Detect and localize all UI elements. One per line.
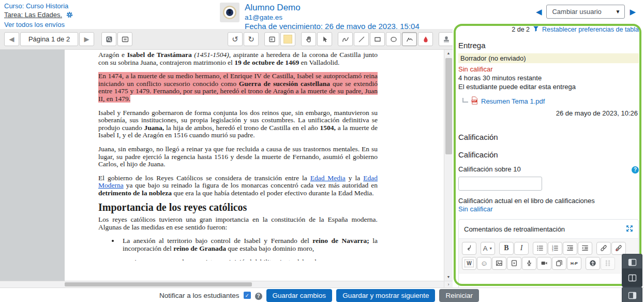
- unlink-button[interactable]: [611, 242, 626, 255]
- task-link[interactable]: Tarea: Las Edades.: [4, 11, 62, 19]
- word-import-button[interactable]: W: [462, 257, 476, 270]
- select-button[interactable]: [317, 32, 332, 46]
- oval-button[interactable]: [386, 32, 401, 46]
- save-changes-button[interactable]: Guardar cambios: [266, 289, 333, 302]
- next-user-arrow[interactable]: ▶: [630, 7, 636, 17]
- save-and-show-next-button[interactable]: Guardar y mostrar siguiente: [336, 289, 435, 302]
- emoticon-button[interactable]: ☺: [477, 257, 491, 270]
- comment-button[interactable]: [264, 32, 279, 46]
- feedback-card-header: Comentarios de retroalimentación: [459, 220, 638, 239]
- feedback-comments-card: Comentarios de retroalimentación A▼BI123…: [458, 219, 639, 288]
- doc-link[interactable]: Edad Media: [310, 174, 346, 182]
- time-remaining: 4 horas 30 minutos restante: [458, 74, 639, 82]
- toolbar-button-group: BI: [499, 242, 529, 255]
- expand-view-button[interactable]: [117, 32, 132, 46]
- view-all-submissions-link[interactable]: Ver todos los envíos: [4, 21, 65, 28]
- vertical-scrollbar[interactable]: ▲ ▼: [444, 50, 453, 281]
- doc-clipped-line: gracias a una guerra de conquista que in…: [123, 258, 378, 261]
- assign-grading-page: Curso: Curso Historia Tarea: Las Edades.…: [0, 0, 644, 302]
- change-user-select[interactable]: Cambiar usuario ▼: [546, 5, 625, 19]
- editor-toolbar-row-1: A▼BI123: [462, 242, 635, 255]
- previous-page-button[interactable]: ◀: [4, 32, 19, 46]
- line-button[interactable]: [354, 32, 369, 46]
- pdf-page: Aragón e Isabel de Trastámara (1451-1504…: [65, 50, 444, 281]
- gear-icon[interactable]: [66, 11, 73, 20]
- accessibility-checker-button[interactable]: [586, 257, 600, 270]
- media-button[interactable]: [507, 257, 521, 270]
- stamp-button[interactable]: [439, 32, 454, 46]
- svg-text:3: 3: [552, 249, 553, 252]
- view-buttons: [101, 32, 138, 46]
- change-user-label: Cambiar usuario: [552, 8, 601, 16]
- grade-group-title: Calificación: [458, 150, 639, 159]
- comment-colour-button[interactable]: [280, 32, 295, 46]
- student-name-link[interactable]: Alumno Demo: [245, 3, 420, 13]
- rectangle-button[interactable]: [370, 32, 385, 46]
- grade-input[interactable]: [458, 177, 542, 191]
- indent-button[interactable]: [578, 242, 592, 255]
- rotate-left-button[interactable]: ↺: [228, 32, 243, 46]
- toolbar-button-group: [264, 32, 296, 46]
- screenreader-helper-button[interactable]: [601, 257, 615, 270]
- submission-status: Borrador (no enviado): [458, 53, 639, 63]
- font-style-button[interactable]: A▼: [481, 242, 495, 255]
- manage-files-button[interactable]: [552, 257, 566, 270]
- current-grade-label: Calificación actual en el libro de calif…: [458, 197, 639, 205]
- record-audio-button[interactable]: [522, 257, 536, 270]
- toolbar-button-group: [586, 257, 616, 270]
- toolbar-button-group: 123: [533, 242, 593, 255]
- doc-heading: Importancia de los reyes católicos: [98, 204, 378, 211]
- record-video-button[interactable]: [537, 257, 551, 270]
- user-switcher: ◀ Cambiar usuario ▼ ▶: [536, 5, 636, 19]
- scroll-down-arrow[interactable]: ▼: [444, 274, 453, 281]
- ordered-list-button[interactable]: 123: [548, 242, 562, 255]
- vertical-scrollbar-thumb[interactable]: [445, 58, 452, 154]
- unordered-list-button[interactable]: [533, 242, 547, 255]
- scroll-right-arrow[interactable]: ›: [444, 281, 453, 287]
- pen-button[interactable]: [338, 32, 353, 46]
- help-icon[interactable]: ?: [255, 291, 262, 300]
- highlight-button[interactable]: [402, 32, 417, 46]
- bold-button[interactable]: B: [499, 242, 514, 255]
- scroll-up-arrow[interactable]: ▲: [444, 50, 453, 57]
- horizontal-scrollbar-thumb[interactable]: [65, 282, 252, 286]
- avatar[interactable]: [220, 3, 239, 22]
- annotation-colour-button[interactable]: [418, 32, 433, 46]
- filter-icon[interactable]: [533, 25, 539, 34]
- toolbar-button-group: [101, 32, 133, 46]
- layout-right-button[interactable]: [622, 287, 642, 302]
- student-email-link[interactable]: a1@gate.es: [245, 13, 420, 22]
- current-grade-value-link[interactable]: Sin calificar: [458, 205, 492, 213]
- toolbar-button-group: [621, 254, 642, 302]
- submission-file-link[interactable]: Resumen Tema 1.pdf: [481, 97, 545, 105]
- grading-panel: 2 de 2 Restablecer preferencias de tabla…: [453, 23, 644, 287]
- toolbar-toggle-button[interactable]: [462, 242, 476, 255]
- italic-button[interactable]: I: [514, 242, 529, 255]
- search-pages-button[interactable]: [101, 32, 116, 46]
- link-button[interactable]: [596, 242, 611, 255]
- doc-bullet-list: La anexión al territorio bajo control de…: [98, 237, 378, 252]
- doc-paragraph: El gobierno de los Reyes Católicos se co…: [98, 175, 378, 197]
- rotate-right-button[interactable]: ↻: [244, 32, 259, 46]
- h5p-button[interactable]: H-P: [567, 257, 581, 270]
- doc-paragraph: Los reyes católicos tuvieron una gran im…: [98, 216, 378, 231]
- table-preferences-row: 2 de 2 Restablecer preferencias de tabla: [458, 23, 639, 37]
- grade-field-label: Calificación sobre 10: [458, 165, 521, 173]
- expand-editor-icon[interactable]: [626, 225, 633, 234]
- course-link[interactable]: Curso: Curso Historia: [4, 2, 68, 10]
- help-icon[interactable]: ?: [632, 165, 639, 174]
- toolbar-button-group: ↺↻: [228, 32, 260, 46]
- previous-user-arrow[interactable]: ◀: [536, 7, 542, 17]
- notify-students-checkbox[interactable]: ✓: [244, 292, 251, 299]
- drag-button[interactable]: [301, 32, 316, 46]
- horizontal-scrollbar[interactable]: [0, 281, 444, 287]
- reset-table-preferences-link[interactable]: Restablecer preferencias de tabla: [542, 26, 639, 33]
- toolbar-button-group: W☺H-P: [462, 257, 582, 270]
- edit-note: El estudiante puede editar esta entrega: [458, 82, 639, 91]
- reset-button[interactable]: Reiniciar: [439, 289, 479, 302]
- image-button[interactable]: [492, 257, 506, 270]
- outdent-button[interactable]: [563, 242, 577, 255]
- feedback-textarea[interactable]: [459, 273, 638, 288]
- layout-split-button[interactable]: [622, 268, 642, 287]
- next-page-button[interactable]: ▶: [79, 32, 94, 46]
